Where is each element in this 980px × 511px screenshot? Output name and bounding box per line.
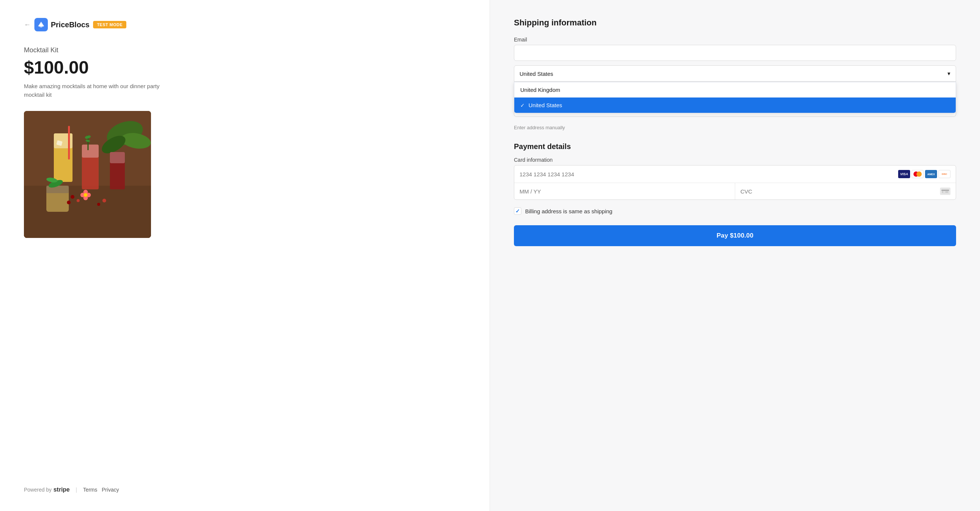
shipping-address-section: United States ▾ United Kingdom ✓ United … — [514, 65, 956, 117]
privacy-link[interactable]: Privacy — [102, 487, 119, 493]
country-us-label: United States — [528, 102, 562, 108]
amex-icon: AMEX — [925, 170, 937, 178]
svg-rect-33 — [942, 189, 949, 194]
powered-by: Powered by stripe — [24, 486, 70, 493]
card-number-row: VISA AMEX DISC — [514, 165, 956, 183]
svg-point-1 — [40, 24, 42, 27]
billing-checkbox-label: Billing address is same as shipping — [525, 208, 612, 214]
svg-point-21 — [76, 199, 80, 202]
product-price: $100.00 — [24, 57, 466, 78]
svg-point-22 — [67, 201, 71, 204]
stripe-logo: stripe — [53, 486, 70, 493]
billing-checkbox-row: ✓ Billing address is same as shipping — [514, 207, 956, 215]
cvc-card-icon — [940, 187, 950, 195]
mocktail-scene-bg — [24, 111, 151, 238]
card-cvc-input[interactable] — [740, 188, 937, 195]
logo-text: PriceBlocs — [51, 21, 89, 29]
payment-section-title: Payment details — [514, 142, 956, 151]
footer: Powered by stripe | Terms Privacy — [24, 471, 466, 493]
back-arrow[interactable]: ← — [24, 21, 31, 29]
billing-same-checkbox[interactable]: ✓ — [514, 207, 522, 215]
card-number-input[interactable] — [520, 171, 894, 178]
check-icon: ✓ — [520, 102, 525, 108]
pay-button[interactable]: Pay $100.00 — [514, 225, 956, 246]
svg-point-36 — [942, 192, 943, 193]
svg-point-23 — [97, 203, 100, 206]
right-panel: Shipping information Email United States… — [490, 0, 980, 511]
svg-rect-10 — [68, 126, 70, 160]
chevron-down-icon: ▾ — [948, 70, 950, 77]
card-cvc-wrapper — [735, 183, 956, 200]
product-image — [24, 111, 151, 238]
svg-point-24 — [102, 199, 106, 202]
country-dropdown-container: United States ▾ United Kingdom ✓ United … — [514, 65, 956, 82]
card-icons: VISA AMEX DISC — [898, 170, 950, 178]
footer-divider: | — [76, 487, 77, 493]
test-mode-badge: TEST MODE — [93, 21, 126, 29]
email-input[interactable] — [514, 45, 956, 61]
email-label: Email — [514, 36, 956, 43]
country-dropdown-menu: United Kingdom ✓ United States — [514, 82, 956, 113]
country-select-box[interactable]: United States ▾ — [514, 65, 956, 82]
billing-check-mark: ✓ — [515, 208, 520, 214]
mocktail-svg — [24, 111, 151, 238]
product-name: Mocktail Kit — [24, 46, 466, 54]
country-uk-label: United Kingdom — [520, 87, 560, 93]
discover-icon: DISC — [939, 170, 950, 178]
logo-container: PriceBlocs — [34, 18, 89, 32]
product-description: Make amazing mocktails at home with our … — [24, 82, 181, 99]
svg-rect-34 — [942, 190, 949, 191]
svg-point-30 — [84, 193, 88, 197]
enter-address-manually-link[interactable]: Enter address manually — [514, 125, 565, 130]
card-field-container: VISA AMEX DISC — [514, 165, 956, 200]
card-expiry-cvc-row — [514, 183, 956, 200]
logo-icon — [34, 18, 48, 32]
country-selected-value: United States — [520, 71, 553, 77]
shipping-section-title: Shipping information — [514, 18, 956, 28]
card-info-label: Card information — [514, 157, 956, 163]
country-option-uk[interactable]: United Kingdom — [514, 82, 956, 97]
svg-point-20 — [71, 195, 75, 199]
mastercard-icon — [912, 170, 924, 178]
powered-by-text: Powered by — [24, 487, 52, 493]
footer-links: Terms Privacy — [83, 487, 119, 493]
visa-icon: VISA — [898, 170, 910, 178]
terms-link[interactable]: Terms — [83, 487, 97, 493]
card-expiry-input[interactable] — [514, 183, 735, 200]
left-panel: ← PriceBlocs TEST MODE Mocktail Kit $100… — [0, 0, 490, 511]
svg-rect-35 — [945, 192, 948, 192]
svg-rect-12 — [82, 144, 99, 158]
country-option-us[interactable]: ✓ United States — [514, 97, 956, 113]
header: ← PriceBlocs TEST MODE — [24, 18, 466, 32]
svg-rect-17 — [110, 152, 125, 163]
